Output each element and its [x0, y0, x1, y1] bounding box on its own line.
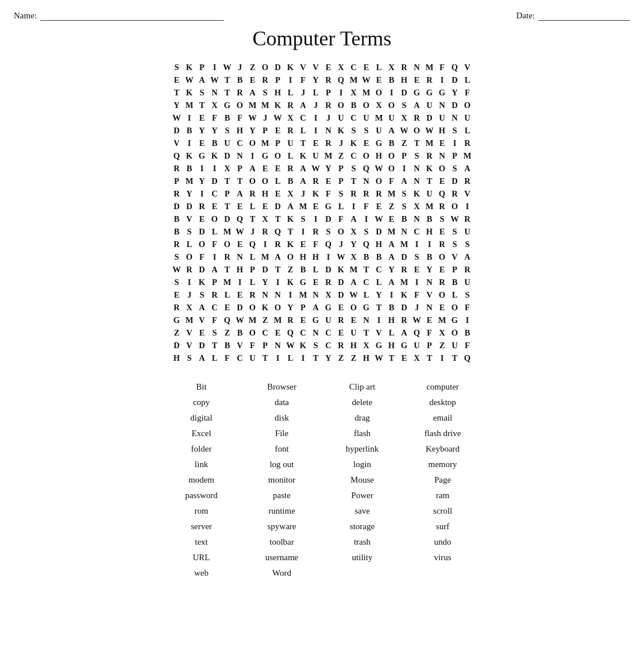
grid-cell: H [360, 352, 373, 364]
word-item: runtime [242, 504, 322, 518]
grid-cell: F [209, 238, 221, 251]
grid-cell: E [196, 111, 209, 124]
grid-cell: D [259, 263, 272, 276]
grid-cell: R [196, 200, 209, 213]
word-item: digital [161, 411, 242, 425]
grid-cell: E [196, 326, 209, 339]
grid-cell: D [335, 288, 348, 301]
page-title: Computer Terms [14, 26, 630, 51]
grid-cell: X [348, 225, 360, 238]
grid-cell: T [246, 213, 259, 225]
word-item: flash drive [403, 427, 483, 440]
grid-cell: D [183, 200, 196, 213]
grid-cell: E [373, 200, 385, 213]
grid-cell: J [297, 187, 310, 200]
grid-cell: A [348, 276, 360, 288]
grid-cell: S [461, 238, 474, 251]
grid-cell: B [171, 225, 183, 238]
grid-cell: K [259, 301, 272, 314]
grid-cell: S [461, 288, 474, 301]
grid-cell: T [272, 263, 284, 276]
name-underline[interactable] [40, 10, 224, 21]
grid-cell: N [272, 288, 284, 301]
grid-cell: X [436, 326, 449, 339]
grid-cell: W [423, 124, 436, 137]
grid-cell: O [209, 213, 221, 225]
grid-cell: B [461, 326, 474, 339]
grid-cell: I [411, 238, 423, 251]
grid-cell: O [335, 99, 348, 111]
grid-cell: G [411, 86, 423, 99]
grid-cell: R [183, 263, 196, 276]
grid-cell: J [335, 137, 348, 149]
grid-cell: P [272, 137, 284, 149]
date-underline[interactable] [538, 10, 630, 21]
word-item: Mouse [322, 473, 403, 487]
grid-cell: F [209, 314, 221, 326]
name-field: Name: [14, 10, 224, 21]
grid-cell: C [259, 326, 272, 339]
grid-cell: B [221, 339, 234, 352]
grid-cell: G [436, 86, 449, 99]
grid-cell: M [360, 86, 373, 99]
grid-cell: A [310, 301, 322, 314]
grid-cell: I [385, 288, 398, 301]
grid-cell: D [196, 339, 209, 352]
grid-cell: E [310, 200, 322, 213]
grid-cell: R [348, 187, 360, 200]
grid-cell: F [322, 187, 335, 200]
grid-cell: K [284, 61, 297, 74]
grid-cell: D [335, 276, 348, 288]
grid-cell: M [259, 137, 272, 149]
grid-cell: E [196, 137, 209, 149]
grid-cell: Y [373, 288, 385, 301]
wordsearch-container: SKPIWJZODKVVEXCELXRNMFQVEWAWTBERPIFYRQMW… [14, 61, 630, 364]
grid-cell: X [259, 213, 272, 225]
grid-cell: K [284, 276, 297, 288]
grid-cell: X [348, 86, 360, 99]
grid-cell: N [322, 124, 335, 137]
grid-cell: U [246, 352, 259, 364]
grid-cell: O [221, 238, 234, 251]
grid-cell: S [259, 86, 272, 99]
grid-cell: R [209, 288, 221, 301]
word-item: Bit [161, 380, 242, 394]
grid-cell: E [436, 137, 449, 149]
grid-cell: M [461, 149, 474, 162]
grid-cell: X [373, 99, 385, 111]
wordsearch-grid: SKPIWJZODKVVEXCELXRNMFQVEWAWTBERPIFYRQMW… [171, 61, 474, 364]
word-item: undo [403, 535, 483, 549]
grid-cell: B [385, 74, 398, 86]
grid-cell: I [310, 111, 322, 124]
word-item: email [403, 411, 483, 425]
grid-cell: W [373, 352, 385, 364]
grid-cell: E [272, 162, 284, 175]
grid-cell: G [221, 99, 234, 111]
grid-cell: L [373, 61, 385, 74]
grid-cell: Y [284, 301, 297, 314]
grid-cell: C [297, 111, 310, 124]
grid-cell: L [183, 238, 196, 251]
date-label: Date: [516, 11, 535, 21]
grid-cell: E [259, 162, 272, 175]
grid-cell: J [297, 86, 310, 99]
grid-cell: P [221, 187, 234, 200]
grid-cell: E [234, 238, 246, 251]
grid-cell: T [449, 352, 461, 364]
grid-cell: E [209, 200, 221, 213]
grid-cell: M [423, 61, 436, 74]
word-item: spyware [242, 520, 322, 533]
grid-cell: M [221, 225, 234, 238]
grid-cell: N [234, 251, 246, 263]
grid-cell: V [310, 61, 322, 74]
grid-cell: O [196, 238, 209, 251]
grid-cell: A [246, 162, 259, 175]
grid-cell: L [284, 352, 297, 364]
grid-cell: T [348, 175, 360, 187]
grid-cell: N [310, 288, 322, 301]
grid-cell: K [411, 187, 423, 200]
grid-cell: L [221, 288, 234, 301]
grid-cell: X [360, 339, 373, 352]
grid-cell: E [411, 74, 423, 86]
grid-cell: Q [284, 326, 297, 339]
